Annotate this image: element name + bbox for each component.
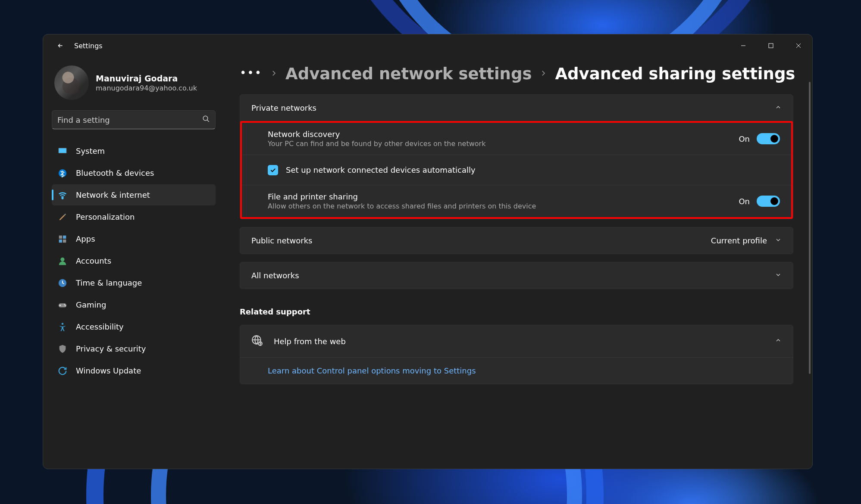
svg-point-15 [62,323,64,325]
breadcrumb: ••• Advanced network settings Advanced s… [240,65,806,83]
setting-title: File and printer sharing [268,192,536,201]
checkbox-label: Set up network connected devices automat… [286,165,476,174]
svg-point-10 [60,257,64,261]
current-profile-badge: Current profile [711,236,767,245]
nav-accounts[interactable]: Accounts [52,250,216,271]
network-discovery-row: Network discovery Your PC can find and b… [242,123,791,155]
auto-setup-row[interactable]: Set up network connected devices automat… [242,155,791,185]
svg-rect-9 [63,239,66,242]
breadcrumb-more-icon[interactable]: ••• [240,66,262,82]
all-networks-card[interactable]: All networks [240,262,793,289]
globe-help-icon [251,335,263,348]
nav-network[interactable]: Network & internet [52,184,216,205]
sidebar: Manuviraj Godara manugodara94@yahoo.co.u… [43,57,224,469]
breadcrumb-parent[interactable]: Advanced network settings [285,65,532,83]
user-email: manugodara94@yahoo.co.uk [96,84,197,92]
setting-subtitle: Allow others on the network to access sh… [268,202,536,210]
main-content: ••• Advanced network settings Advanced s… [224,57,812,469]
help-header[interactable]: Help from the web [240,325,793,357]
network-discovery-toggle[interactable] [757,133,780,144]
close-button[interactable] [785,34,812,57]
back-button[interactable] [52,37,69,54]
avatar [54,65,89,100]
nav-label: Network & internet [76,190,150,199]
gamepad-icon [58,300,67,310]
chevron-down-icon [775,271,782,280]
shield-icon [58,344,67,354]
search-icon [202,115,210,124]
public-networks-card[interactable]: Public networks Current profile [240,227,793,254]
nav-label: Windows Update [76,366,141,375]
nav-label: System [76,146,105,156]
nav-privacy[interactable]: Privacy & security [52,338,216,359]
nav-label: Apps [76,234,95,243]
search-box[interactable] [52,110,216,129]
nav-label: Gaming [76,300,106,309]
nav-gaming[interactable]: Gaming [52,294,216,315]
person-icon [58,256,67,266]
help-link-row[interactable]: Learn about Control panel options moving… [240,357,793,384]
nav-list: System Bluetooth & devices Network & int… [52,140,216,381]
maximize-button[interactable] [757,34,785,57]
app-title: Settings [74,42,103,50]
nav-label: Bluetooth & devices [76,168,154,177]
nav-personalization[interactable]: Personalization [52,206,216,227]
nav-label: Personalization [76,212,135,221]
nav-apps[interactable]: Apps [52,228,216,249]
window-controls [730,34,812,57]
setting-title: Network discovery [268,130,485,139]
chevron-right-icon [539,69,547,79]
help-card: Help from the web Learn about Control pa… [240,325,793,384]
svg-point-4 [59,169,66,177]
svg-point-14 [65,305,66,306]
search-input[interactable] [57,115,202,124]
titlebar: Settings [43,34,812,57]
svg-rect-8 [59,239,62,242]
section-title: Public networks [251,236,312,245]
paintbrush-icon [58,212,67,222]
svg-rect-0 [769,44,773,48]
highlight-annotation: Network discovery Your PC can find and b… [240,121,793,219]
clock-icon [58,278,67,288]
help-link[interactable]: Learn about Control panel options moving… [268,366,476,375]
svg-rect-6 [59,235,62,238]
related-support-heading: Related support [240,307,793,316]
svg-rect-2 [59,148,66,153]
file-sharing-toggle[interactable] [757,196,780,207]
apps-icon [58,234,67,244]
toggle-state: On [739,134,750,143]
nav-label: Privacy & security [76,344,146,353]
nav-accessibility[interactable]: Accessibility [52,316,216,337]
nav-bluetooth[interactable]: Bluetooth & devices [52,162,216,184]
file-sharing-row: File and printer sharing Allow others on… [242,185,791,217]
nav-update[interactable]: Windows Update [52,360,216,381]
scrollbar[interactable] [809,82,811,374]
chevron-up-icon [775,103,782,112]
page-title: Advanced sharing settings [555,65,795,83]
chevron-right-icon [270,69,278,79]
chevron-down-icon [775,236,782,245]
nav-system[interactable]: System [52,140,216,162]
private-networks-header[interactable]: Private networks [240,95,793,121]
private-networks-card: Private networks Network discovery Your … [240,94,793,219]
update-icon [58,366,67,376]
minimize-button[interactable] [730,34,757,57]
user-name: Manuviraj Godara [96,74,197,83]
svg-rect-7 [63,235,66,238]
user-block[interactable]: Manuviraj Godara manugodara94@yahoo.co.u… [52,62,216,108]
section-title: Private networks [251,103,316,112]
settings-window: Settings Manuviraj Godara manugodara94@y… [43,34,813,469]
svg-point-18 [260,345,260,345]
nav-label: Accessibility [76,322,124,331]
display-icon [58,146,67,156]
svg-point-5 [62,197,63,199]
wifi-icon [58,190,67,200]
help-title: Help from the web [274,337,346,346]
setting-subtitle: Your PC can find and be found by other d… [268,140,485,148]
nav-label: Accounts [76,256,111,265]
accessibility-icon [58,322,67,332]
nav-label: Time & language [76,278,142,287]
auto-setup-checkbox[interactable] [268,165,278,175]
nav-time[interactable]: Time & language [52,272,216,293]
svg-point-13 [64,304,65,305]
